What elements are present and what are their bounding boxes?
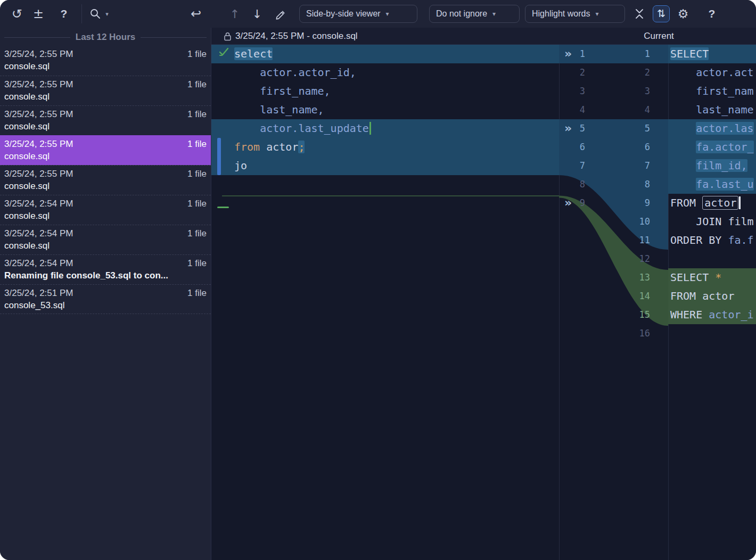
code-line: actor.actor_id, bbox=[211, 63, 559, 82]
line-number: 6 bbox=[621, 138, 650, 157]
entry-file-count: 1 file bbox=[187, 228, 207, 239]
history-entry[interactable]: 3/25/24, 2:54 PM1 fileconsole.sql bbox=[0, 225, 211, 254]
code-line: WHERE actor_i bbox=[668, 306, 756, 324]
diff-details-icon[interactable]: ± bbox=[28, 0, 49, 28]
line-number: 10 bbox=[621, 212, 650, 231]
code-line bbox=[211, 175, 559, 194]
local-history-window: ↺ ± ? ▾ ↩ ↑ ↓ Side-by-side viewer ▾ Do n… bbox=[0, 0, 756, 560]
code-token: ; bbox=[298, 141, 305, 153]
code-token: WHERE bbox=[670, 308, 702, 321]
highlight-mode-dropdown[interactable]: Highlight words ▾ bbox=[525, 5, 625, 23]
entry-file-count: 1 file bbox=[187, 258, 207, 269]
code-token: jo bbox=[234, 159, 247, 172]
right-code-pane[interactable]: SELECT actor.act first_nam last_name act… bbox=[668, 45, 756, 396]
insertion-point-marker[interactable] bbox=[217, 207, 229, 208]
history-entry[interactable]: 3/25/24, 2:55 PM1 fileconsole.sql bbox=[0, 76, 211, 105]
entry-name: console.sql bbox=[4, 61, 207, 72]
collapse-glyph bbox=[634, 7, 645, 20]
code-line: actor.last_update bbox=[211, 119, 559, 138]
previous-change-icon[interactable]: ↑ bbox=[226, 0, 244, 28]
gear-icon[interactable]: ⚙ bbox=[673, 0, 693, 28]
help-icon[interactable]: ? bbox=[53, 0, 75, 28]
line-number: 7 bbox=[621, 157, 650, 175]
code-token bbox=[721, 234, 728, 246]
pencil-glyph bbox=[274, 8, 286, 20]
code-line: JOIN film bbox=[668, 212, 756, 231]
code-token bbox=[670, 215, 696, 228]
text-caret bbox=[739, 196, 741, 209]
code-token: * bbox=[715, 271, 721, 284]
code-token: actor.actor_id, bbox=[234, 66, 356, 79]
code-line: last_name, bbox=[211, 101, 559, 119]
viewer-mode-dropdown[interactable]: Side-by-side viewer ▾ bbox=[299, 5, 417, 23]
entry-name: console.sql bbox=[4, 121, 207, 132]
viewer-mode-label: Side-by-side viewer bbox=[306, 9, 381, 19]
code-token bbox=[670, 141, 696, 153]
entry-file-count: 1 file bbox=[187, 169, 207, 179]
entry-file-count: 1 file bbox=[187, 109, 207, 120]
line-number: 14 bbox=[621, 287, 650, 306]
history-entry[interactable]: 3/25/24, 2:55 PM1 fileconsole.sql bbox=[0, 165, 211, 195]
code-token: SELECT bbox=[670, 271, 709, 284]
line-number: 9 bbox=[621, 194, 650, 212]
code-token: FROM bbox=[670, 196, 696, 209]
collapse-unchanged-icon[interactable] bbox=[630, 0, 648, 28]
left-code-pane[interactable]: select actor.actor_id, first_name, last_… bbox=[211, 45, 559, 396]
changed-lines-stripe[interactable] bbox=[217, 138, 221, 175]
entry-file-count: 1 file bbox=[187, 199, 207, 209]
edit-icon[interactable] bbox=[270, 0, 290, 28]
apply-change-button[interactable]: » bbox=[564, 194, 580, 212]
code-line: first_nam bbox=[668, 82, 756, 101]
revert-icon[interactable]: ↩ bbox=[185, 0, 207, 28]
word-diff-caret bbox=[369, 122, 371, 135]
toolbar-separator bbox=[81, 4, 82, 23]
right-line-numbers: 12345678910111213141516 bbox=[621, 45, 654, 396]
code-token bbox=[702, 308, 709, 321]
chevron-down-icon: ▾ bbox=[595, 10, 598, 18]
next-change-icon[interactable]: ↓ bbox=[248, 0, 266, 28]
sync-scrolling-toggle[interactable]: ⇅ bbox=[653, 5, 670, 22]
entry-date: 3/25/24, 2:55 PM bbox=[4, 139, 73, 150]
entry-date: 3/25/24, 2:54 PM bbox=[4, 199, 73, 209]
entry-date: 3/25/24, 2:55 PM bbox=[4, 169, 73, 179]
entry-name: Renaming file console_53.sql to con... bbox=[4, 270, 207, 281]
code-token: select bbox=[234, 47, 273, 60]
code-token: first_nam bbox=[670, 85, 754, 97]
code-line: SELECT * bbox=[668, 268, 756, 287]
main-toolbar: ↺ ± ? ▾ ↩ ↑ ↓ Side-by-side viewer ▾ Do n… bbox=[0, 0, 756, 28]
code-line: select bbox=[211, 45, 559, 63]
code-token: actor.act bbox=[670, 66, 754, 79]
code-token: last_name, bbox=[234, 103, 324, 116]
code-token: film bbox=[721, 215, 753, 228]
code-token: fa.last_u bbox=[696, 178, 753, 191]
apply-change-button[interactable]: » bbox=[564, 119, 580, 138]
entry-name: console.sql bbox=[4, 92, 207, 102]
apply-change-button[interactable]: » bbox=[564, 45, 580, 63]
code-token: first_name, bbox=[234, 85, 331, 97]
history-entry[interactable]: 3/25/24, 2:54 PM1 fileconsole.sql bbox=[0, 195, 211, 225]
revision-title: 3/25/24, 2:55 PM - console.sql bbox=[224, 28, 358, 45]
code-token: actor.last_update bbox=[234, 122, 369, 135]
entry-date: 3/25/24, 2:55 PM bbox=[4, 49, 73, 60]
code-token bbox=[670, 122, 696, 135]
lock-icon bbox=[224, 32, 232, 41]
search-icon[interactable] bbox=[86, 0, 104, 28]
search-chevron-icon[interactable]: ▾ bbox=[103, 0, 111, 28]
history-entry[interactable]: 3/25/24, 2:54 PM1 fileRenaming file cons… bbox=[0, 254, 211, 284]
history-entry[interactable]: 3/25/24, 2:55 PM1 fileconsole.sql bbox=[0, 46, 211, 76]
history-entry[interactable]: 3/25/24, 2:51 PM1 fileconsole_53.sql bbox=[0, 284, 211, 314]
divider bbox=[141, 37, 207, 38]
code-line bbox=[668, 324, 756, 343]
history-entry[interactable]: 3/25/24, 2:55 PM1 fileconsole.sql bbox=[0, 105, 211, 135]
code-token bbox=[670, 159, 696, 172]
change-applied-icon[interactable] bbox=[218, 47, 230, 60]
ignore-policy-dropdown[interactable]: Do not ignore ▾ bbox=[429, 5, 520, 23]
line-number: 1 bbox=[621, 45, 650, 63]
code-line: FROM actor bbox=[668, 194, 756, 212]
history-entry[interactable]: 3/25/24, 2:55 PM1 fileconsole.sql bbox=[0, 135, 211, 165]
undo-icon[interactable]: ↺ bbox=[6, 0, 28, 28]
code-line: FROM actor bbox=[668, 287, 756, 306]
help-icon[interactable]: ? bbox=[702, 0, 722, 28]
code-line: ORDER BY fa.f bbox=[668, 231, 756, 250]
entry-date: 3/25/24, 2:51 PM bbox=[4, 288, 73, 299]
